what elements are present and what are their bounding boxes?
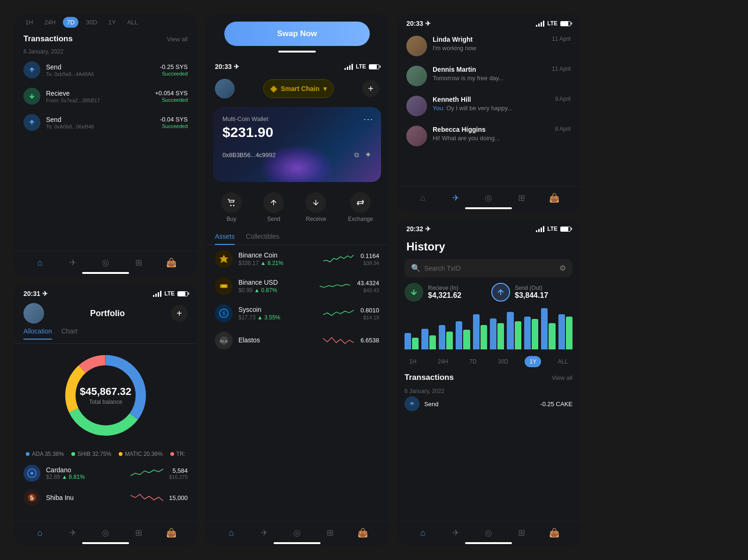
tx-value: -0.04 SYS [160,116,188,123]
add-button[interactable]: + [171,305,188,322]
tab-allocation[interactable]: Allocation [23,327,52,340]
nav-home-icon[interactable]: ⌂ [34,257,46,268]
nav-scan-icon[interactable]: ◎ [291,527,303,538]
nav-send-icon[interactable]: ✈ [450,192,461,204]
asset-logo-ela: ELA [215,332,233,349]
asset-usd: $14.19 [360,315,379,320]
asset-amounts: 43.4324 $43.43 [357,280,379,293]
legend-label: MATIC 20.36% [125,451,162,457]
nav-grid-icon[interactable]: ⊞ [133,527,144,538]
filter-icon[interactable]: ⚙ [559,264,566,272]
period-1y[interactable]: 1Y [525,356,541,367]
list-item[interactable]: Rebecca Higgins 8 April Hi! What are you… [397,121,580,151]
buy-button[interactable]: Buy [221,192,242,222]
history-title: History [397,236,580,259]
nav-scan-icon[interactable]: ◎ [100,527,111,538]
period-7d[interactable]: 7D [465,356,481,367]
bar-green [481,325,487,349]
tab-30d[interactable]: 30D [82,17,101,28]
period-30d[interactable]: 30D [493,356,513,367]
stats-row: Recieve (In) $4,321.62 Send (Out) $3,844… [397,283,580,307]
user-avatar-kenneth [406,96,427,116]
nav-grid-icon[interactable]: ⊞ [324,527,336,538]
donut-chart: $45,867.32 Total balance [14,344,197,447]
chain-selector[interactable]: ◈ Smart Chain ▾ [263,79,333,98]
nav-bag-icon[interactable]: 👜 [166,257,177,268]
exchange-button[interactable]: Exchange [348,192,373,222]
tab-assets[interactable]: Assets [215,229,235,245]
list-item[interactable]: Dennis Martin 11 April Tomorrow is my fr… [397,61,580,91]
time-display: 20:31 ✈ [23,290,48,297]
swap-now-button[interactable]: Swap Now [224,22,370,46]
search-bar[interactable]: 🔍 Search TxID ⚙ [405,259,572,277]
nav-send-icon[interactable]: ✈ [67,527,78,538]
view-all-link[interactable]: View all [167,36,188,43]
asset-logo-shiba: 🐕 [23,489,40,506]
copy-icon[interactable]: ⧉ [354,151,359,159]
send-label: Send (Out) [515,285,548,291]
tab-24h[interactable]: 24H [41,17,60,28]
legend-matic: MATIC 20.36% [119,451,162,457]
receive-button[interactable]: Receive [305,192,326,222]
tab-7d[interactable]: 7D [63,17,78,28]
bar-green [463,330,470,349]
nav-bag-icon[interactable]: 👜 [549,192,560,204]
buy-icon [221,192,242,213]
user-avatar-rebecca [406,126,427,146]
period-all[interactable]: ALL [553,356,572,367]
period-1h[interactable]: 1H [405,356,421,367]
nav-bag-icon[interactable]: 👜 [166,527,177,538]
tx-type: Send [46,116,154,123]
status-right: LTE [536,20,571,27]
tab-all[interactable]: ALL [123,17,142,28]
asset-usd: $39.34 [360,260,379,266]
bar-green [566,317,572,349]
nav-send-icon[interactable]: ✈ [259,527,270,538]
add-token-button[interactable]: + [362,80,379,97]
tab-1y[interactable]: 1Y [105,17,120,28]
user-avatar-linda [406,36,427,56]
nav-grid-icon[interactable]: ⊞ [133,257,144,268]
bottom-nav: ⌂ ✈ ◎ ⊞ 👜 [14,251,197,272]
nav-home-icon[interactable]: ⌂ [226,527,237,538]
nav-home-icon[interactable]: ⌂ [417,527,428,538]
send-action-button[interactable]: Send [263,192,284,222]
nav-home-icon[interactable]: ⌂ [34,527,46,538]
nav-send-icon[interactable]: ✈ [67,257,78,268]
nav-grid-icon[interactable]: ⊞ [516,192,527,204]
nav-home-icon[interactable]: ⌂ [417,192,428,204]
view-all-link[interactable]: View all [551,374,572,381]
diamond-icon: ◈ [270,83,277,94]
message-date: 8 April [555,126,571,133]
nav-scan-icon[interactable]: ◎ [483,527,494,538]
bar-group [439,325,453,349]
nav-scan-icon[interactable]: ◎ [100,257,111,268]
nav-bag-icon[interactable]: 👜 [549,527,560,538]
signal-icon [153,291,161,297]
asset-price: $17.73 ▲ 3.55% [238,314,316,321]
message-date: 11 April [552,36,571,43]
message-preview: You: Oy I will be very happy... [433,105,571,112]
tab-collectibles[interactable]: Collectibles [246,229,280,245]
transactions-title: Transactions [405,373,454,382]
more-options-icon[interactable]: ··· [364,114,374,124]
nav-bag-icon[interactable]: 👜 [357,527,368,538]
asset-qty: 43.4324 [357,280,379,287]
compass-icon[interactable]: ✦ [365,150,372,160]
nav-grid-icon[interactable]: ⊞ [516,527,527,538]
svg-marker-11 [220,255,228,263]
bar-blue [541,308,548,349]
tab-1h[interactable]: 1H [22,17,37,28]
tab-chart[interactable]: Chart [61,327,77,340]
bar-group [473,314,487,349]
nav-scan-icon[interactable]: ◎ [483,192,494,204]
period-24h[interactable]: 24H [433,356,453,367]
list-item[interactable]: Kenneth Hill 9 April You: Oy I will be v… [397,91,580,121]
tx-amount: -0.04 SYS Succeeded [160,116,188,129]
svg-point-10 [233,205,235,206]
nav-send-icon[interactable]: ✈ [450,527,461,538]
search-txid-input[interactable]: Search TxID [424,265,556,272]
list-item[interactable]: Linda Wright 11 April I'm working now [397,31,580,61]
battery-icon [369,64,379,69]
asset-logo-cardano [23,465,40,482]
